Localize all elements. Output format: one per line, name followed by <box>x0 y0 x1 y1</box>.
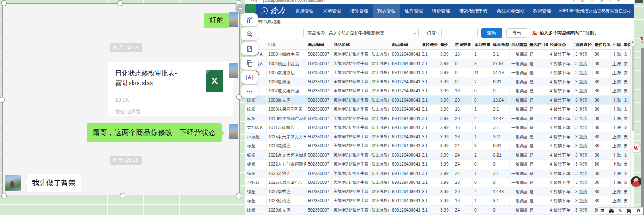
table-cell: 标超 <box>245 141 267 150</box>
table-row[interactable]: 大社区A1011万科城店502350007美加净防护型护手霜（防止冻裂）30g6… <box>245 123 630 132</box>
table-cell: 0 <box>491 160 510 169</box>
nav-item[interactable]: 借款/预结申请 <box>455 4 492 18</box>
chart-tool-button[interactable] <box>241 13 258 26</box>
table-cell: 3.1 <box>420 206 438 215</box>
table-row[interactable]: 综超1027毕节店502350007美加净防护型护手霜（防止冻裂）30g6901… <box>245 187 630 197</box>
self-avatar[interactable] <box>229 124 238 139</box>
table-cell: 是 <box>528 160 548 169</box>
nav-item[interactable]: 资源管理 <box>291 4 318 18</box>
table-row[interactable]: 综超1008白云店502350007美加净防护型护手霜（防止冻裂）30g6901… <box>245 96 630 105</box>
table-cell: 3.99 <box>438 132 453 141</box>
store-input[interactable] <box>441 29 478 37</box>
scrollbar-thumb[interactable] <box>632 46 634 131</box>
red-marker-icon <box>639 37 643 40</box>
table-row[interactable]: 综超1029瓮安店502350007美加净防护型护手霜（防止冻裂）30g6901… <box>245 206 630 215</box>
ime-item[interactable]: 简 <box>627 208 632 214</box>
table-cell: 3.99 <box>438 206 453 215</box>
table-row[interactable]: 标超1010榕江常驰广场店502350007美加净防护型护手霜（防止冻裂）30g… <box>245 114 630 123</box>
table-header-cell: 经营状态 <box>548 39 574 49</box>
table-cell: 1011万科城店 <box>267 123 306 132</box>
selection-handle[interactable] <box>1 0 7 6</box>
table-cell: 3.1 <box>420 68 438 77</box>
note-text: 注:输入多个商品编码时","分割。 <box>532 30 599 36</box>
table-cell: 80 <box>593 187 611 196</box>
nav-item[interactable]: 证件管理 <box>400 4 427 18</box>
table-cell: 1025金沙店 <box>267 169 306 178</box>
toolbar-collapse-button[interactable]: − <box>236 4 245 13</box>
table-row[interactable]: 标超1028松桃店502350007美加净防护型护手霜（防止冻裂）30g6901… <box>245 196 630 206</box>
table-cell: 3 直流 <box>574 160 593 169</box>
table-row[interactable]: 标超1021遵义大恒名城店502350007美加净防护型护手霜（防止冻裂）30g… <box>245 151 630 160</box>
table-row[interactable]: 综超1025金沙店502350007美加净防护型护手霜（防止冻裂）30g6901… <box>245 169 630 178</box>
sheet-scrollbar[interactable]: ▲ <box>640 40 644 215</box>
nav-item[interactable]: 采购管理 <box>318 4 345 18</box>
status-select[interactable]: ⌄ <box>384 29 419 37</box>
wps-logo-icon[interactable]: W <box>632 144 641 153</box>
table-header-cell: 整件包装率 <box>593 39 611 49</box>
table-cell: 6901294086418 <box>390 96 420 105</box>
nav-item[interactable]: 商品采购合同 <box>492 4 528 18</box>
table-cell: 一般商品 <box>510 196 528 205</box>
table-cell: 4 暂禁下单 <box>548 132 574 141</box>
table-cell: 4 暂禁下单 <box>548 123 574 132</box>
export-button[interactable]: 导出 <box>506 28 527 38</box>
selection-handle[interactable] <box>236 94 242 100</box>
table-row[interactable]: 大社区A1004观山小区店502350007美加净防护型护手霜（防止冻裂）30g… <box>245 59 630 69</box>
nav-item[interactable]: 结算管理 <box>345 4 373 18</box>
table-cell: 80 <box>593 96 611 105</box>
selection-handle[interactable] <box>236 193 241 198</box>
table-cell: 3 直流 <box>574 123 593 132</box>
search-button[interactable]: 查询 <box>481 28 502 38</box>
table-row[interactable]: 综超1009花果园R区店502350007美加净防护型护手霜（防止冻裂）30g6… <box>245 105 630 114</box>
nav-item[interactable]: 权限管理 <box>528 4 556 18</box>
table-row[interactable]: 标超1022大方佳鑫国际店502350007美加净防护型护手霜（防止冻裂）30g… <box>245 160 630 169</box>
copy-tool-button[interactable] <box>241 57 258 70</box>
name-input[interactable]: 美加净防护型护手霜(防 <box>327 29 366 37</box>
scroll-up-arrow-icon[interactable]: ▲ <box>631 40 634 43</box>
table-row[interactable]: 标超1016花溪店502350007美加净防护型护手霜（防止冻裂）30g6901… <box>245 141 630 151</box>
table-cell: 美加净防护型护手霜（防止冻裂）30g <box>332 141 390 150</box>
scroll-up-arrow-icon[interactable]: ▲ <box>641 40 644 44</box>
table-scrollbar[interactable]: ▲ <box>630 39 634 215</box>
table-cell: 3.1 <box>491 105 510 114</box>
ime-item[interactable]: 美 <box>609 208 614 214</box>
crop-annotate-tool-button[interactable] <box>241 42 258 55</box>
browser-toolbar-icons[interactable]: ⌕ ⭘ ☆ ⟳ ⤓ ● <box>573 0 622 3</box>
scrollbar-thumb[interactable] <box>641 48 644 215</box>
table-row[interactable]: 小标超1005南浦路店502350007美加净防护型护手霜（防止冻裂）30g69… <box>245 68 630 77</box>
selection-handle[interactable] <box>117 0 123 6</box>
table-cell: 是 <box>528 187 548 196</box>
assistant-avatar-icon[interactable] <box>631 176 641 187</box>
code-input[interactable] <box>264 29 304 37</box>
input-method-toolbar[interactable]: ⊞美✎简⚙ <box>598 207 643 215</box>
selection-handle[interactable] <box>120 193 125 198</box>
ime-item[interactable]: ✎ <box>618 208 622 214</box>
self-avatar[interactable] <box>229 12 238 27</box>
table-row[interactable]: 大社区A1003小城故事店502350007美加净防护型护手霜（防止冻裂）30g… <box>245 50 630 59</box>
table-cell: 6901294086418 <box>390 151 420 160</box>
more-tools-button[interactable]: ••• <box>241 85 258 98</box>
table-cell: 1 <box>473 196 491 205</box>
browser-url-bar[interactable]: 不安全 | zhsapi.helichaoshi.com/index.xhtml… <box>245 0 634 4</box>
file-message-card[interactable]: 日化状态修改审批表- 露哥xlsx.xlsx X 19.3K 微信电脑版 <box>108 62 233 116</box>
contact-avatar[interactable] <box>5 175 21 191</box>
text-recognition-tool-button[interactable]: ⌈A⌋ <box>241 71 258 84</box>
zoom-tool-button[interactable] <box>241 27 258 40</box>
table-cell: 502350007 <box>306 178 332 187</box>
selection-handle[interactable] <box>1 193 7 198</box>
wechat-chat-screenshot[interactable]: 好的 昨天 14:58 日化状态修改审批表- 露哥xlsx.xlsx X 19.… <box>2 3 240 195</box>
nav-item[interactable]: 报表管理 <box>373 4 400 18</box>
table-row[interactable]: 1007遵义播州店502350007美加净防护型护手霜（防止冻裂）30g6901… <box>245 86 630 96</box>
ime-item[interactable]: ⊞ <box>600 208 604 214</box>
table-row[interactable]: 1006息烽店502350007美加净防护型护手霜（防止冻裂）30g690129… <box>245 77 630 87</box>
table-cell: 一般商品 <box>510 151 528 160</box>
table-cell: 支 <box>622 105 630 114</box>
table-header-row[interactable]: 门店商品编码商品名称商品条码含税进价售价在途数量库存数量库存金额商品类型是否在目… <box>245 39 630 50</box>
nav-item[interactable]: 特价管理 <box>427 4 455 18</box>
browser-extension-tab[interactable] <box>635 0 643 3</box>
table-row[interactable]: 小标超1026花果园S区店502350007美加净防护型护手霜（防止冻裂）30g… <box>245 178 630 187</box>
ime-item[interactable]: ⚙ <box>636 208 641 214</box>
table-cell: 美加净防护型护手霜（防止冻裂）30g <box>332 187 390 196</box>
self-avatar[interactable] <box>229 63 238 78</box>
table-row[interactable]: 小标超1015中天未来方舟H4店502350007美加净防护型护手霜（防止冻裂）… <box>245 132 630 142</box>
